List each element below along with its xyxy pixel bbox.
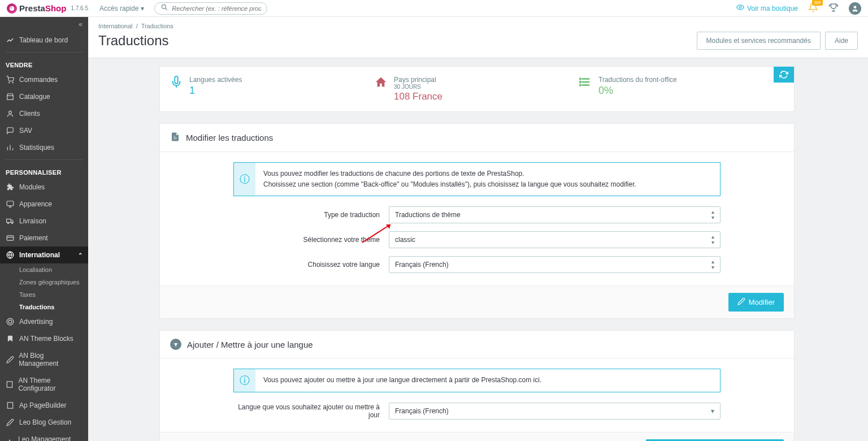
- stat-trans-value: 0%: [598, 85, 677, 97]
- sidebar-item-label: AN Theme Configurator: [18, 377, 83, 392]
- sidebar-item-commandes[interactable]: Commandes: [0, 71, 88, 88]
- sidebar-item-statistiques[interactable]: Statistiques: [0, 139, 88, 156]
- view-shop-link[interactable]: Voir ma boutique: [736, 3, 798, 13]
- pencil-icon: [6, 356, 14, 364]
- select-value: classic: [395, 236, 415, 244]
- sidebar-item-label: Modules: [19, 183, 45, 191]
- page-icon: [6, 381, 14, 388]
- caret-icon: ▴▾: [711, 209, 714, 220]
- bookmark-icon: [6, 335, 15, 343]
- globe-icon: [6, 251, 15, 259]
- add-update-button[interactable]: Ajouter ou mettre à jour la langue: [646, 439, 784, 441]
- select-translation-type[interactable]: Traductions de thème ▴▾: [389, 206, 721, 223]
- sidebar-collapse-button[interactable]: «: [0, 17, 88, 32]
- svg-point-9: [9, 111, 12, 114]
- eye-icon: [736, 3, 744, 13]
- info-icon: ⓘ: [234, 163, 255, 196]
- breadcrumb-link[interactable]: International: [98, 23, 133, 29]
- dropdown-add-language[interactable]: Français (French) ▾: [389, 403, 721, 420]
- user-avatar[interactable]: [849, 2, 861, 15]
- card-title: Modifier les traductions: [186, 133, 273, 142]
- sidebar-section-personnaliser: PERSONNALISER: [0, 163, 88, 179]
- collapse-toggle-icon[interactable]: ▾: [170, 339, 181, 350]
- monitor-icon: [6, 200, 15, 208]
- sidebar-item-ap-builder[interactable]: Ap PageBuilder: [0, 397, 88, 414]
- mic-icon: [170, 76, 183, 102]
- quick-access-menu[interactable]: Accès rapide ▾: [99, 5, 144, 12]
- sidebar-item-paiement[interactable]: Paiement: [0, 230, 88, 247]
- puzzle-icon: [6, 183, 15, 191]
- sidebar-item-label: Ap PageBuilder: [19, 401, 66, 409]
- trophy-icon[interactable]: [828, 2, 839, 14]
- sidebar-subitem-zones[interactable]: Zones géographiques: [19, 276, 88, 288]
- breadcrumb: International / Traductions: [98, 23, 858, 29]
- logo[interactable]: PrestaShop 1.7.6.5: [7, 3, 88, 14]
- svg-point-7: [12, 83, 13, 83]
- sidebar-item-label: Paiement: [19, 234, 48, 242]
- logo-text: PrestaShop: [19, 3, 66, 13]
- sidebar-item-clients[interactable]: Clients: [0, 105, 88, 122]
- sidebar-subitem-traductions[interactable]: Traductions: [19, 301, 88, 313]
- recommended-modules-button[interactable]: Modules et services recommandés: [697, 32, 821, 50]
- select-theme[interactable]: classic ▴▾: [389, 231, 721, 248]
- view-shop-label: Voir ma boutique: [747, 5, 798, 12]
- pencil-icon: [6, 418, 15, 426]
- select-language[interactable]: Français (French) ▴▾: [389, 256, 721, 273]
- sidebar-item-an-blog[interactable]: AN Blog Management: [0, 347, 88, 372]
- sidebar-item-leo-mgmt[interactable]: Leo Management Feature: [0, 431, 88, 441]
- svg-point-24: [8, 320, 12, 323]
- sidebar-item-label: SAV: [19, 127, 32, 135]
- sidebar-item-apparence[interactable]: Apparence: [0, 196, 88, 213]
- page-title: Traductions: [98, 33, 169, 49]
- chevron-up-icon: ⌃: [78, 252, 83, 258]
- sidebar-item-an-theme-blocks[interactable]: AN Theme Blocks: [0, 330, 88, 347]
- stats-panel: Langues activées 1 Pays principal 30 JOU…: [159, 66, 795, 112]
- sidebar-item-advertising[interactable]: Advertising: [0, 313, 88, 330]
- label-theme: Sélectionnez votre thème: [233, 236, 389, 244]
- search-box[interactable]: [154, 2, 267, 15]
- sidebar-subitem-localisation[interactable]: Localisation: [19, 263, 88, 276]
- sidebar-submenu: Localisation Zones géographiques Taxes T…: [0, 263, 88, 313]
- search-icon: [160, 3, 168, 13]
- sidebar-item-international[interactable]: International⌃: [0, 247, 88, 263]
- modify-button[interactable]: Modifier: [728, 293, 784, 312]
- sidebar-subitem-taxes[interactable]: Taxes: [19, 288, 88, 301]
- sidebar-item-dashboard[interactable]: Tableau de bord: [0, 32, 88, 49]
- svg-rect-26: [7, 403, 12, 409]
- card-icon: [6, 234, 15, 242]
- stat-trans-label: Traductions du front-office: [598, 76, 677, 84]
- help-button[interactable]: Aide: [825, 32, 858, 50]
- svg-point-31: [580, 79, 581, 80]
- sidebar-item-label: Catalogue: [19, 93, 50, 101]
- svg-rect-25: [7, 382, 12, 388]
- sidebar-item-label: AN Blog Management: [19, 352, 83, 368]
- list-icon: [579, 76, 592, 102]
- svg-point-6: [9, 83, 10, 83]
- notifications-button[interactable]: 385: [808, 2, 818, 14]
- sidebar: « Tableau de bord VENDRE Commandes Catal…: [0, 17, 88, 441]
- select-value: Français (French): [395, 261, 449, 269]
- svg-rect-19: [7, 236, 14, 240]
- refresh-button[interactable]: [774, 67, 794, 83]
- sidebar-item-livraison[interactable]: Livraison: [0, 213, 88, 230]
- cart-icon: [6, 76, 15, 84]
- sidebar-item-leo-blog[interactable]: Leo Blog Gestion: [0, 414, 88, 431]
- stat-lang-value: 1: [189, 85, 242, 97]
- target-icon: [6, 318, 15, 326]
- svg-point-23: [7, 318, 14, 325]
- sidebar-item-modules[interactable]: Modules: [0, 179, 88, 196]
- stat-lang-label: Langues activées: [189, 76, 242, 84]
- chat-icon: [6, 127, 15, 135]
- sidebar-item-an-theme-config[interactable]: AN Theme Configurator: [0, 372, 88, 397]
- search-input[interactable]: [172, 5, 261, 12]
- card-modify-translations: Modifier les traductions ⓘ Vous pouvez m…: [159, 123, 795, 319]
- svg-point-4: [739, 6, 741, 8]
- version-label: 1.7.6.5: [71, 5, 88, 11]
- main-content: International / Traductions Traductions …: [88, 17, 868, 441]
- sidebar-item-sav[interactable]: SAV: [0, 122, 88, 139]
- info-alert: ⓘ Vous pouvez ajouter ou mettre à jour u…: [233, 369, 721, 392]
- page-header: International / Traductions Traductions …: [88, 17, 868, 58]
- caret-icon: ▴▾: [711, 259, 714, 270]
- sidebar-item-catalogue[interactable]: Catalogue: [0, 88, 88, 105]
- quick-access-label: Accès rapide: [99, 5, 138, 12]
